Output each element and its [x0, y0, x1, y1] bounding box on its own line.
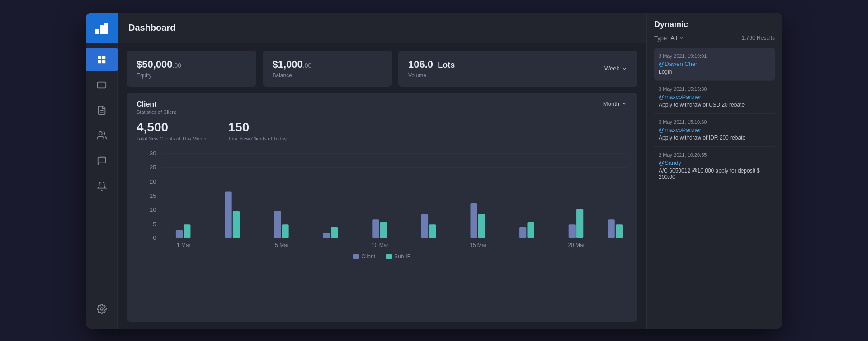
- volume-period-selector[interactable]: Week: [604, 65, 627, 72]
- svg-point-11: [99, 131, 102, 135]
- svg-rect-37: [372, 219, 379, 238]
- entry-user-2: @maxcoPartner: [659, 126, 770, 133]
- topbar: Dashboard: [118, 13, 646, 43]
- gear-icon: [97, 304, 107, 314]
- filter-type-selector[interactable]: Type All: [654, 35, 684, 42]
- sidebar-item-dashboard[interactable]: [86, 48, 118, 71]
- svg-rect-46: [527, 222, 534, 238]
- sidebar-item-messages[interactable]: [86, 149, 118, 173]
- client-section-header: Client Statistics of Client Month: [137, 100, 627, 115]
- svg-rect-6: [102, 60, 105, 63]
- entry-time-0: 3 May 2021, 19:19:01: [659, 53, 770, 59]
- sidebar-item-transactions[interactable]: [86, 73, 118, 97]
- svg-rect-30: [225, 191, 231, 238]
- total-today-label: Total New Clients of Today: [228, 136, 286, 141]
- svg-rect-7: [97, 82, 105, 88]
- svg-rect-1: [100, 25, 104, 34]
- dynamic-entry-3[interactable]: 2 May 2021, 10:20:55 @Sandy A/C 6050012 …: [654, 147, 775, 186]
- svg-rect-38: [380, 222, 387, 238]
- svg-text:0: 0: [153, 234, 156, 241]
- total-month-stat: 4,500 Total New Clients of This Month: [137, 120, 206, 141]
- svg-text:25: 25: [150, 164, 156, 171]
- sidebar-item-clients[interactable]: [86, 124, 118, 147]
- svg-rect-28: [184, 224, 190, 238]
- svg-rect-32: [274, 211, 281, 238]
- entry-user-0: @Dawen Chen: [659, 61, 770, 67]
- client-title-group: Client Statistics of Client: [137, 100, 176, 115]
- stat-cards: $50,000.00 Equity $1,000.00 Balance 106.…: [127, 51, 637, 87]
- entry-user-1: @maxcoPartner: [659, 93, 770, 100]
- svg-rect-42: [470, 203, 477, 238]
- logo-icon: [94, 21, 109, 35]
- svg-rect-3: [98, 56, 101, 59]
- total-today-value: 150: [228, 120, 286, 135]
- svg-text:1 Mar: 1 Mar: [177, 242, 191, 248]
- svg-point-12: [100, 308, 103, 310]
- entry-time-1: 3 May 2021, 15:15:30: [659, 86, 770, 92]
- legend-client-label: Client: [361, 253, 375, 260]
- svg-rect-31: [233, 211, 240, 238]
- svg-rect-45: [519, 227, 526, 238]
- chevron-down-icon: [621, 100, 627, 107]
- balance-label: Balance: [273, 72, 382, 79]
- svg-rect-33: [282, 224, 288, 238]
- bell-icon: [97, 181, 107, 191]
- equity-value: $50,000.00: [137, 59, 246, 70]
- svg-rect-0: [95, 29, 99, 34]
- entry-action-1: Apply to withdraw of USD 20 rebate: [659, 102, 770, 108]
- svg-rect-48: [576, 209, 583, 238]
- client-section-subtitle: Statistics of Client: [137, 109, 176, 115]
- svg-rect-50: [608, 219, 615, 238]
- equity-label: Equity: [137, 72, 246, 79]
- total-today-stat: 150 Total New Clients of Today: [228, 120, 286, 141]
- entry-action-2: Apply to withdraw of IDR 200 rebate: [659, 135, 770, 141]
- chevron-down-icon: [679, 35, 684, 41]
- grid-icon: [97, 55, 107, 65]
- volume-label: Volume: [408, 72, 455, 79]
- legend-subib-dot: [386, 254, 392, 259]
- client-section-title: Client: [137, 100, 176, 108]
- entry-time-3: 2 May 2021, 10:20:55: [659, 152, 770, 158]
- dynamic-title: Dynamic: [654, 20, 775, 29]
- svg-text:30: 30: [150, 150, 156, 157]
- sidebar-item-notifications[interactable]: [86, 174, 118, 198]
- sidebar-item-reports[interactable]: [86, 98, 118, 122]
- app-logo[interactable]: [86, 13, 118, 43]
- svg-text:5: 5: [153, 220, 156, 227]
- equity-card: $50,000.00 Equity: [127, 51, 256, 87]
- dynamic-entry-2[interactable]: 3 May 2021, 15:10:30 @maxcoPartner Apply…: [654, 114, 775, 147]
- dynamic-filter: Type All 1,760 Results: [654, 35, 775, 42]
- sidebar: [86, 13, 118, 329]
- client-chart: 30 25 20 15 10 5 0 1 Mar: [137, 149, 627, 248]
- svg-text:15: 15: [150, 192, 156, 199]
- svg-rect-2: [104, 23, 108, 34]
- legend-client-dot: [353, 254, 359, 259]
- document-icon: [97, 105, 107, 115]
- dynamic-entry-1[interactable]: 3 May 2021, 15:15:30 @maxcoPartner Apply…: [654, 81, 775, 114]
- dynamic-panel: Dynamic Type All 1,760 Results 3 May 202…: [646, 13, 782, 329]
- entry-action-3: A/C 6050012 @10,000 apply for deposit $ …: [659, 168, 770, 180]
- sidebar-item-settings[interactable]: [86, 297, 118, 321]
- main-content: Dashboard $50,000.00 Equity $1,000.00 Ba…: [118, 13, 646, 329]
- client-stats-row: 4,500 Total New Clients of This Month 15…: [137, 120, 627, 141]
- svg-rect-27: [176, 230, 183, 238]
- client-period-selector[interactable]: Month: [603, 100, 627, 107]
- svg-text:10: 10: [150, 206, 156, 213]
- svg-rect-43: [478, 214, 485, 238]
- balance-value: $1,000.00: [273, 59, 382, 70]
- volume-info: 106.0 Lots Volume: [408, 59, 455, 79]
- svg-rect-47: [569, 224, 576, 238]
- chart-legend: Client Sub-IB: [137, 253, 627, 260]
- entry-time-2: 3 May 2021, 15:10:30: [659, 119, 770, 125]
- dynamic-entry-0[interactable]: 3 May 2021, 19:19:01 @Dawen Chen Login: [654, 48, 775, 81]
- svg-rect-5: [98, 60, 101, 63]
- svg-rect-51: [616, 224, 623, 238]
- svg-rect-4: [102, 56, 105, 59]
- sidebar-bottom: [86, 296, 118, 329]
- legend-subib-label: Sub-IB: [394, 253, 411, 260]
- total-month-value: 4,500: [137, 120, 206, 135]
- sidebar-nav: [86, 43, 117, 296]
- entry-action-0: Login: [659, 69, 770, 75]
- svg-rect-41: [429, 224, 436, 238]
- svg-text:20: 20: [150, 178, 156, 185]
